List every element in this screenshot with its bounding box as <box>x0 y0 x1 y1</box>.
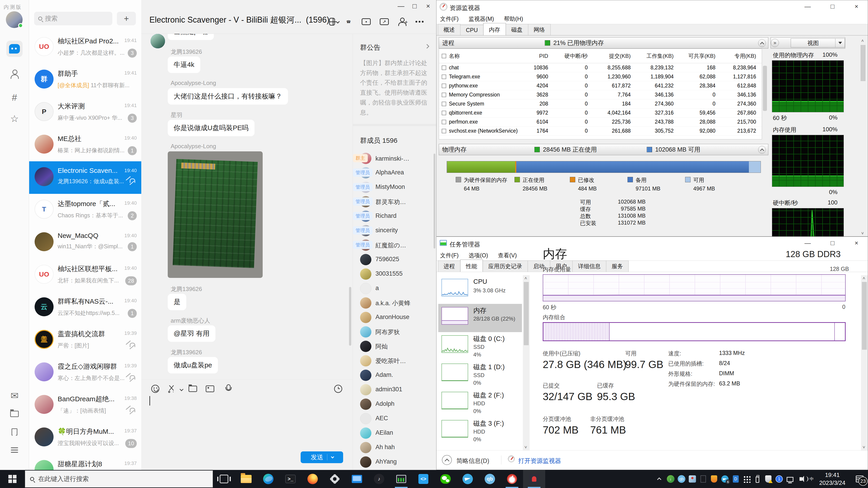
image-icon[interactable] <box>205 384 215 394</box>
member-row[interactable]: 阿灿 <box>353 339 436 354</box>
taskbar-app-terminal[interactable]: >_ <box>279 470 302 488</box>
col-name[interactable]: 名称 <box>449 53 460 60</box>
process-row[interactable]: svchost.exe (NetworkService) 1764 0 261,… <box>439 127 762 135</box>
message-sender[interactable]: Apocalypse-Long <box>170 143 216 150</box>
col-private[interactable]: 专用(KB) <box>718 53 759 60</box>
chat-list-item[interactable]: P 大米评测 19:41 麻中蓬-vivo X90Pro+ 华... 3 <box>29 96 141 129</box>
taskbar-app-qq[interactable] <box>523 470 545 488</box>
nav-channels[interactable]: # <box>6 90 23 106</box>
chat-list-item[interactable]: ME总社 19:40 椿菜：网上好像都说剧情... 1 <box>29 129 141 161</box>
process-row[interactable]: Secure System 208 0 184 274,360 0 274,36… <box>439 99 762 108</box>
nav-collections[interactable] <box>6 424 23 440</box>
member-scrollbar[interactable] <box>434 154 435 249</box>
taskbar-app-music[interactable]: ♪ <box>368 470 390 488</box>
taskbar-app-task-view[interactable] <box>213 470 235 488</box>
process-checkbox[interactable] <box>442 93 446 97</box>
process-row[interactable]: qbittorrent.exe 9972 0 4,042,164 327,316… <box>439 108 762 118</box>
add-chat-button[interactable]: + <box>117 12 136 25</box>
process-row[interactable]: chat 10836 0 8,255,688 8,239,132 168 8,2… <box>439 63 762 72</box>
tray-grid-dots-icon[interactable] <box>743 474 750 484</box>
memory-composition-bar[interactable] <box>543 322 846 341</box>
resmon-tab[interactable]: 磁盘 <box>506 24 528 35</box>
member-row[interactable]: sincerity 管理员 <box>353 224 436 238</box>
col-working-set[interactable]: 工作集(KB) <box>633 53 676 60</box>
process-row[interactable]: Memory Compression 3628 0 7,764 346,136 … <box>439 90 762 99</box>
member-row[interactable]: 紅魔舘のHak... 管理员 <box>353 238 436 253</box>
sidebar-disk0[interactable]: 磁盘 0 (C:) SSD 4% <box>438 332 522 360</box>
taskbar-app-firefox[interactable] <box>302 470 324 488</box>
history-icon[interactable] <box>333 384 343 394</box>
message-textbox[interactable] <box>148 395 346 445</box>
chat-list-item[interactable]: UO 柚坛社区联想平板... 19:40 北轩：如果我在闲鱼下... 28 <box>29 259 141 291</box>
member-row[interactable]: 7596025 <box>353 253 436 267</box>
member-row[interactable]: AhYang <box>353 455 436 469</box>
view-dropdown-arrow[interactable] <box>835 39 845 47</box>
taskbar-app-wechat[interactable] <box>434 470 457 488</box>
taskmgr-maximize-button[interactable]: □ <box>825 238 841 248</box>
taskmgr-menu-item[interactable]: 选项(O) <box>469 252 488 259</box>
chat-list-item[interactable]: 🍀明日方舟MuM... 19:37 澄宝我闹钟没设可以设... 10 <box>29 422 141 454</box>
message-sender[interactable]: Apocalypse-Long <box>170 79 216 87</box>
message-scrollbar[interactable] <box>349 287 351 346</box>
col-commit[interactable]: 提交(KB) <box>590 53 633 60</box>
taskbar-app-file-explorer[interactable] <box>235 470 257 488</box>
member-row[interactable]: a <box>353 282 436 296</box>
taskbar-app-task-manager[interactable] <box>390 470 412 488</box>
resmon-menu-item[interactable]: 监视器(M) <box>469 15 494 23</box>
tray-defender-icon[interactable] <box>764 474 772 484</box>
screenshot-icon[interactable] <box>166 384 177 394</box>
process-collapse-icon[interactable] <box>758 39 766 47</box>
message-image-pcb[interactable] <box>168 151 263 278</box>
resmon-tab[interactable]: CPU <box>460 25 484 35</box>
tray-ime-indicator[interactable]: 中 <box>808 474 815 484</box>
taskmgr-tab[interactable]: 应用历史记录 <box>483 260 528 272</box>
resmon-minimize-button[interactable]: — <box>800 2 816 11</box>
process-checkbox[interactable] <box>442 66 446 70</box>
process-section-header[interactable]: 进程 21% 已用物理内存 <box>439 37 768 48</box>
tray-qbittorrent-icon[interactable]: qb <box>677 474 685 484</box>
collapse-details-icon[interactable] <box>442 455 452 465</box>
tray-panel-icon[interactable] <box>699 474 707 484</box>
message-sender[interactable]: 龙腾139626 <box>170 348 202 356</box>
chat-list-item[interactable]: 盖 盖壹搞机交流群 19:39 严喾：[图片] <box>29 324 141 357</box>
tray-maps-icon[interactable] <box>688 474 696 484</box>
tray-telegram-icon[interactable]: 6 <box>721 474 729 484</box>
col-shareable[interactable]: 可共享(KB) <box>676 53 718 60</box>
resmon-scrollbar[interactable]: ˄ ˅ <box>860 37 866 236</box>
emoji-icon[interactable] <box>150 384 160 394</box>
chat-list-item[interactable]: Electronic Scaven... 19:40 龙腾139626：做成u盘… <box>29 161 141 194</box>
tray-idm-icon[interactable]: ↓ <box>666 474 675 484</box>
taskbar-clock[interactable]: 19:41 2023/3/24 <box>819 471 845 487</box>
taskmgr-menu-item[interactable]: 查看(V) <box>498 252 517 259</box>
screen-share-icon[interactable]: ↗ <box>379 17 389 27</box>
process-checkbox[interactable] <box>442 111 446 115</box>
taskmgr-minimize-button[interactable]: — <box>800 238 816 248</box>
screen-record-icon[interactable]: ▪ <box>361 17 371 27</box>
message-avatar[interactable] <box>151 34 165 48</box>
process-row[interactable]: pythonw.exe 4204 0 617,872 641,232 28,38… <box>439 81 762 90</box>
tray-network-icon[interactable] <box>786 474 794 484</box>
search-input[interactable]: 搜索 <box>34 12 112 25</box>
qq-close-button[interactable]: × <box>422 2 434 10</box>
col-pid[interactable]: PID <box>529 53 551 59</box>
member-row[interactable]: 30031555 <box>353 267 436 282</box>
taskbar-app-qbittorrent[interactable]: qb <box>479 470 501 488</box>
sidebar-disk3[interactable]: 磁盘 3 (F:) HDD 0% <box>438 417 522 445</box>
invite-member-icon[interactable]: + <box>397 17 407 27</box>
taskbar-app-vscode[interactable]: <> <box>412 470 434 488</box>
taskmgr-tab[interactable]: 服务 <box>606 260 629 272</box>
member-row[interactable]: Adolph <box>353 397 436 412</box>
process-table-scrollbar[interactable] <box>763 66 767 111</box>
tray-docs-icon[interactable]: D <box>732 474 740 484</box>
chat-list-item[interactable]: New_MacQQ 19:40 win11_Nian华：@Simpl... 1 <box>29 226 141 259</box>
taskmgr-main-scrollbar[interactable]: ˄ ˅ <box>861 275 868 450</box>
taskbar-app-settings[interactable] <box>324 470 346 488</box>
member-row[interactable]: a.k.a. 小黄蜂 <box>353 296 436 311</box>
send-button[interactable]: 发送 <box>301 451 343 463</box>
message-sender[interactable]: 星羽 <box>170 111 182 119</box>
resmon-close-button[interactable]: × <box>848 2 865 11</box>
panel-collapse-arrow[interactable]: » <box>771 39 779 47</box>
voice-icon[interactable] <box>223 384 233 394</box>
tray-volume-icon[interactable] <box>797 474 805 484</box>
chat-list-item[interactable]: UO 柚坛社区Pad Pro2... 19:41 小超梦：几次都是这样。... … <box>29 31 141 64</box>
